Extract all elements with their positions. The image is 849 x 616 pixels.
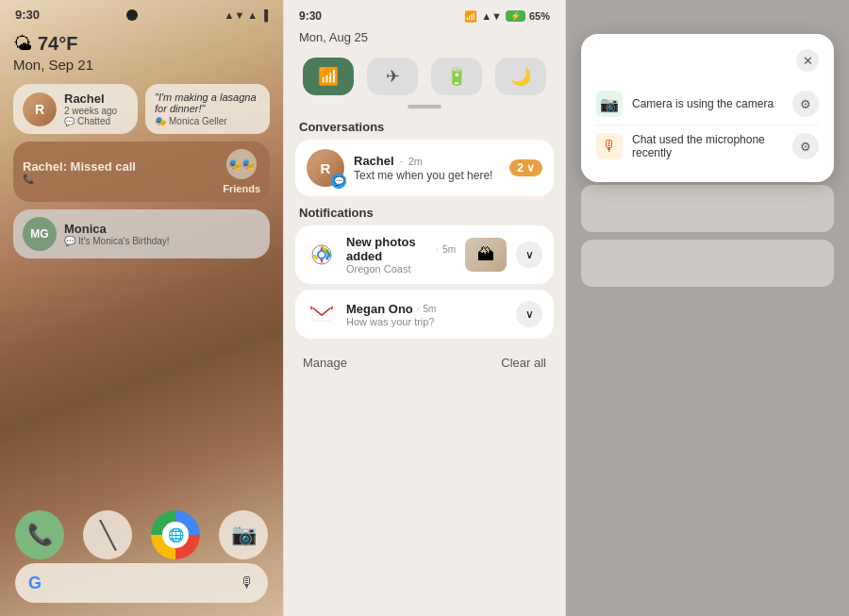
signal-status-icon: ▲▼ <box>481 10 502 22</box>
chat-permission-icon: 🎙 <box>596 133 623 159</box>
battery-icon: ▐ <box>260 9 268 21</box>
battery-indicator: ⚡ <box>506 10 525 22</box>
monica-sender: 🎭 Monica Geller <box>155 116 260 126</box>
gmail-notif-time: 5m <box>424 304 437 314</box>
rachel-time-text: 2 weeks ago <box>64 106 117 116</box>
battery-percent: 65% <box>529 10 550 22</box>
missed-call-label: Rachel: Missed call <box>23 159 215 174</box>
phone-app-icon[interactable]: 📞 <box>15 510 64 559</box>
shade-date: Mon, Aug 25 <box>284 28 565 52</box>
shade-rachel-time: · <box>400 156 403 167</box>
weather-icon: 🌤 <box>13 33 32 55</box>
gmail-notif-info: Megan Ono · 5m How was your trip? <box>346 302 507 327</box>
bg-card-4 <box>581 240 834 287</box>
signal-icon: ▲▼ <box>225 9 245 21</box>
friends-icon: 🎭🎭 <box>226 149 257 179</box>
chat-icon-2: 💬 <box>64 236 75 246</box>
rachel-time: 2 weeks ago <box>64 106 128 116</box>
shade-rachel-time-val: 2m <box>408 156 423 167</box>
camera-settings-button[interactable]: ⚙ <box>792 91 819 117</box>
rachel-bubble[interactable]: R Rachel 2 weeks ago 💬 Chatted <box>13 84 138 134</box>
google-icon: G <box>28 574 240 593</box>
bg-card-3 <box>581 185 834 232</box>
friends-label: Friends <box>223 183 260 194</box>
dark-mode-toggle[interactable]: 🌙 <box>495 58 546 95</box>
gmail-expand-button[interactable]: ∨ <box>516 301 542 327</box>
monica-name: Monica Geller <box>169 116 227 126</box>
temperature: 74°F <box>38 33 77 55</box>
photos-expand-button[interactable]: ∨ <box>516 241 542 268</box>
shade-avatar-badge: 💬 <box>331 174 346 189</box>
monica-birthday-sub: 💬 It's Monica's Birthday! <box>64 236 260 246</box>
camera-app-icon[interactable]: 📷 <box>219 510 268 559</box>
camera-permission-icon: 📷 <box>596 91 623 117</box>
manage-button[interactable]: Manage <box>303 356 347 370</box>
permission-overlay-panel: ✕ 📷 Camera is using the camera ⚙ 🎙 Chat … <box>566 0 849 616</box>
permission-header: ✕ <box>596 49 819 72</box>
svg-point-2 <box>319 252 325 258</box>
phone-icon: 📞 <box>23 174 34 184</box>
home-status-bar: 9:30 ▲▼ ▲ ▐ <box>0 0 283 25</box>
airplane-toggle[interactable]: ✈ <box>367 58 418 95</box>
conversation-row-2: Rachel: Missed call 📞 🎭🎭 Friends <box>13 142 270 202</box>
chat-icon: 💬 <box>64 117 75 126</box>
shade-status-bar: 9:30 📶 ▲▼ ⚡ 65% <box>284 0 565 28</box>
shade-count-chevron: ∨ <box>526 161 535 175</box>
monica-birthday-text: It's Monica's Birthday! <box>78 236 170 246</box>
camera-permission-item: 📷 Camera is using the camera ⚙ <box>596 83 819 125</box>
rachel-chatted: Chatted <box>77 116 110 126</box>
assistant-app-icon[interactable]: ╲ <box>83 510 132 559</box>
battery-saver-toggle[interactable]: 🔋 <box>431 58 482 95</box>
weather-date: Mon, Sep 21 <box>13 57 270 73</box>
rachel-sub: 💬 Chatted <box>64 116 128 126</box>
chat-gear-icon: ⚙ <box>800 140 811 154</box>
monica-icon: 🎭 <box>155 116 166 126</box>
missed-call-bubble[interactable]: Rachel: Missed call 📞 🎭🎭 Friends <box>13 142 270 202</box>
monica-birthday-name: Monica <box>64 222 260 236</box>
rachel-name: Rachel <box>64 92 128 106</box>
shade-time: 9:30 <box>299 9 322 23</box>
notifications-section-title: Notifications <box>284 202 565 225</box>
conversation-row-3: MG Monica 💬 It's Monica's Birthday! <box>13 209 270 258</box>
weather-widget: 🌤 74°F <box>13 33 270 55</box>
photos-thumbnail: 🏔 <box>465 238 507 272</box>
monica-message-bubble[interactable]: "I'm making a lasagna for dinner!" 🎭 Mon… <box>145 84 270 134</box>
wifi-toggle[interactable]: 📶 <box>303 58 354 95</box>
monica-mg-avatar: MG <box>23 217 57 251</box>
home-screen-panel: 9:30 ▲▼ ▲ ▐ 🌤 74°F Mon, Sep 21 R Rachel … <box>0 0 283 616</box>
camera-gear-icon: ⚙ <box>800 97 811 111</box>
wifi-status-icon: 📶 <box>464 10 477 23</box>
mic-icon[interactable]: 🎙 <box>240 574 255 591</box>
missed-call-icon: 📞 <box>23 174 215 184</box>
app-dock: 📞 ╲ 🌐 📷 <box>0 510 283 559</box>
monica-birthday-bubble[interactable]: MG Monica 💬 It's Monica's Birthday! <box>13 209 270 258</box>
notification-shade-panel: 9:30 📶 ▲▼ ⚡ 65% Mon, Aug 25 📶 ✈ 🔋 🌙 Conv… <box>283 0 566 616</box>
shade-rachel-card[interactable]: R 💬 Rachel · 2m Text me when you get her… <box>295 140 554 196</box>
conversation-row-1: R Rachel 2 weeks ago 💬 Chatted "I'm maki… <box>13 84 270 134</box>
camera-dot <box>126 9 138 21</box>
photos-notif-info: New photos added · 5m Oregon Coast <box>346 235 456 275</box>
home-signals: ▲▼ ▲ ▐ <box>225 9 268 21</box>
permission-card: ✕ 📷 Camera is using the camera ⚙ 🎙 Chat … <box>581 34 834 182</box>
chrome-app-icon[interactable]: 🌐 <box>151 510 200 559</box>
camera-permission-text: Camera is using the camera <box>632 97 783 110</box>
search-bar[interactable]: G 🎙 <box>15 563 268 603</box>
clear-all-button[interactable]: Clear all <box>501 356 546 370</box>
shade-battery: 📶 ▲▼ ⚡ 65% <box>464 10 550 23</box>
chat-permission-text: Chat used the microphone recently <box>632 133 783 159</box>
photos-notif-title: New photos added <box>346 235 432 263</box>
monica-birthday-info: Monica 💬 It's Monica's Birthday! <box>64 222 260 246</box>
gmail-notification-card[interactable]: Megan Ono · 5m How was your trip? ∨ <box>295 290 554 339</box>
permission-close-button[interactable]: ✕ <box>796 49 819 72</box>
rachel-avatar: R <box>23 92 57 126</box>
shade-rachel-name: Rachel <box>354 154 394 168</box>
photos-notif-time: 5m <box>442 244 456 255</box>
photos-notification-card[interactable]: New photos added · 5m Oregon Coast 🏔 ∨ <box>295 225 554 284</box>
rachel-avatar-img: R <box>23 92 57 126</box>
conversations-section-title: Conversations <box>284 116 565 140</box>
shade-rachel-count[interactable]: 2 ∨ <box>509 159 542 176</box>
home-time: 9:30 <box>15 8 40 22</box>
chat-settings-button[interactable]: ⚙ <box>792 133 819 159</box>
quick-toggles: 📶 ✈ 🔋 🌙 <box>284 52 565 105</box>
charging-icon: ⚡ <box>510 11 521 21</box>
